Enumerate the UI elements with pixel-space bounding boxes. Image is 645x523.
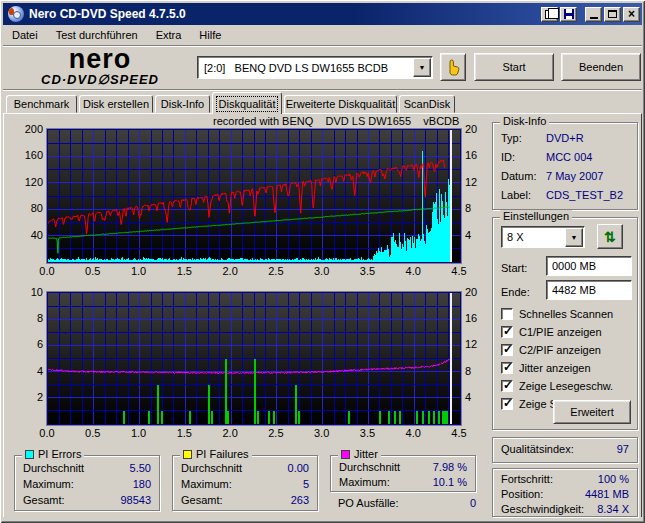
window-title: Nero CD-DVD Speed 4.7.5.0 bbox=[29, 7, 186, 21]
maximize-button[interactable] bbox=[604, 7, 621, 22]
axis-tick: 16 bbox=[465, 312, 489, 324]
disk-info-panel: Disk-Info Typ:DVD+R ID:MCC 004 Datum:7 M… bbox=[492, 122, 638, 210]
pie-avg: 5.50 bbox=[130, 462, 151, 476]
po-failures-value: 0 bbox=[470, 497, 476, 509]
axis-tick: 8 bbox=[13, 312, 43, 324]
po-failures-row: PO Ausfälle: 0 bbox=[338, 497, 476, 509]
pi-failures-stats-panel: PI Failures Durchschnitt0.00 Maximum:5 G… bbox=[172, 455, 318, 511]
menu-test-durchfuehren[interactable]: Test durchführen bbox=[47, 27, 147, 43]
disk-id-value: MCC 004 bbox=[546, 151, 592, 163]
axis-tick: 40 bbox=[13, 229, 43, 241]
axis-tick: 4.0 bbox=[401, 265, 425, 277]
app-icon bbox=[8, 6, 24, 22]
floppy-save-icon bbox=[564, 9, 574, 19]
drive-select[interactable]: [2:0] BENQ DVD LS DW1655 BCDB ▼ bbox=[197, 56, 433, 79]
save-screenshot-button[interactable] bbox=[560, 7, 577, 22]
eject-button[interactable] bbox=[440, 53, 466, 81]
tab-diskqualitaet[interactable]: Diskqualität bbox=[212, 92, 282, 114]
close-button[interactable]: × bbox=[623, 7, 640, 22]
menu-extra[interactable]: Extra bbox=[147, 27, 191, 43]
axis-tick: 12 bbox=[465, 338, 489, 350]
progress-label: Fortschritt: bbox=[501, 473, 553, 487]
maximize-icon bbox=[608, 10, 617, 18]
title-bar[interactable]: Nero CD-DVD Speed 4.7.5.0 × bbox=[3, 3, 642, 25]
axis-tick: 4 bbox=[465, 229, 489, 241]
tab-benchmark[interactable]: Benchmark bbox=[6, 95, 77, 113]
axis-tick: 4 bbox=[13, 365, 43, 377]
speed-label: Geschwindigkeit: bbox=[501, 503, 584, 517]
tab-erweiterte-diskqualitaet[interactable]: Erweiterte Diskqualität bbox=[284, 95, 397, 113]
chart-header: recorded with BENQ DVD LS DW1655 vBCDB bbox=[213, 115, 459, 127]
copy-screenshot-button[interactable] bbox=[541, 7, 558, 22]
start-field-label: Start: bbox=[501, 262, 527, 274]
drive-select-value: [2:0] BENQ DVD LS DW1655 BCDB bbox=[198, 62, 413, 74]
position-label: Position: bbox=[501, 488, 543, 502]
nero-logo: nero CD·DVD∅SPEED bbox=[10, 47, 190, 87]
menu-datei[interactable]: Datei bbox=[3, 27, 47, 43]
axis-tick: 16 bbox=[465, 149, 489, 161]
refresh-button[interactable]: ⇅ bbox=[597, 224, 623, 249]
checkbox-box bbox=[501, 308, 513, 320]
quality-index-label: Qualitätsindex: bbox=[501, 443, 574, 457]
pif-max: 5 bbox=[303, 478, 309, 492]
axis-tick: 3.0 bbox=[310, 427, 334, 439]
speed-select[interactable]: 8 X ▼ bbox=[501, 226, 585, 248]
pi-errors-title: PI Errors bbox=[38, 448, 81, 460]
quality-index-panel: Qualitätsindex:97 bbox=[492, 437, 638, 463]
start-button[interactable]: Start bbox=[474, 53, 554, 81]
checkbox-box bbox=[501, 362, 513, 374]
axis-tick: 160 bbox=[13, 149, 43, 161]
tab-disk-info[interactable]: Disk-Info bbox=[155, 95, 210, 113]
pie-max: 180 bbox=[133, 478, 151, 492]
checkbox-lesegeschw[interactable]: Zeige Lesegeschw. bbox=[501, 378, 613, 393]
axis-tick: 2.0 bbox=[218, 265, 242, 277]
axis-tick: 4.0 bbox=[401, 427, 425, 439]
quit-button[interactable]: Beenden bbox=[561, 53, 641, 81]
quality-index-value: 97 bbox=[617, 443, 629, 457]
disk-label-value: CDS_TEST_B2 bbox=[546, 189, 623, 201]
end-field-label: Ende: bbox=[501, 286, 530, 298]
minimize-button[interactable] bbox=[585, 7, 602, 22]
axis-tick: 3.0 bbox=[310, 265, 334, 277]
hand-eject-icon bbox=[443, 57, 463, 77]
end-field[interactable]: 4482 MB bbox=[546, 280, 632, 300]
pi-failures-title: PI Failures bbox=[196, 448, 249, 460]
axis-tick: 2.0 bbox=[218, 427, 242, 439]
po-failures-label: PO Ausfälle: bbox=[338, 497, 399, 509]
settings-title: Einstellungen bbox=[500, 210, 572, 222]
checkbox-schnelles-scannen[interactable]: Schnelles Scannen bbox=[501, 306, 613, 321]
position-value: 4481 MB bbox=[585, 488, 629, 502]
menu-hilfe[interactable]: Hilfe bbox=[190, 27, 230, 43]
settings-panel: Einstellungen 8 X ▼ ⇅ Start: 0000 MB End… bbox=[492, 217, 638, 430]
jitter-pif-chart bbox=[47, 292, 461, 425]
refresh-icon: ⇅ bbox=[604, 229, 616, 245]
axis-tick: 10 bbox=[13, 286, 43, 298]
axis-tick: 1.0 bbox=[127, 265, 151, 277]
advanced-button[interactable]: Erweitert bbox=[553, 400, 631, 424]
copy-icon bbox=[545, 10, 554, 19]
checkbox-c2-pif[interactable]: C2/PIF anzeigen bbox=[501, 342, 601, 357]
pif-total: 263 bbox=[291, 494, 309, 508]
disk-date-label: Datum: bbox=[501, 170, 536, 184]
speed-select-value: 8 X bbox=[507, 231, 524, 243]
pi-errors-swatch bbox=[25, 450, 34, 459]
separator bbox=[3, 89, 642, 91]
jitter-title: Jitter bbox=[354, 448, 378, 460]
axis-tick: 12 bbox=[465, 176, 489, 188]
axis-tick: 1.0 bbox=[127, 427, 151, 439]
drive-select-arrow[interactable]: ▼ bbox=[413, 58, 431, 77]
axis-tick: 2 bbox=[13, 391, 43, 403]
tab-strip: Benchmark Disk erstellen Disk-Info Diskq… bbox=[3, 92, 642, 113]
start-field[interactable]: 0000 MB bbox=[546, 256, 632, 276]
tab-scandisk[interactable]: ScanDisk bbox=[399, 95, 455, 113]
axis-tick: 0.0 bbox=[35, 265, 59, 277]
tab-disk-erstellen[interactable]: Disk erstellen bbox=[79, 95, 153, 113]
speed-select-arrow[interactable]: ▼ bbox=[565, 228, 583, 247]
pi-errors-stats-panel: PI Errors Durchschnitt5.50 Maximum:180 G… bbox=[14, 455, 160, 511]
checkbox-jitter[interactable]: Jitter anzeigen bbox=[501, 360, 591, 375]
progress-value: 100 % bbox=[598, 473, 629, 487]
axis-tick: 0.5 bbox=[81, 265, 105, 277]
checkbox-c1-pie[interactable]: C1/PIE anzeigen bbox=[501, 324, 602, 339]
chevron-down-icon: ▼ bbox=[571, 234, 578, 241]
axis-tick: 2.5 bbox=[264, 427, 288, 439]
